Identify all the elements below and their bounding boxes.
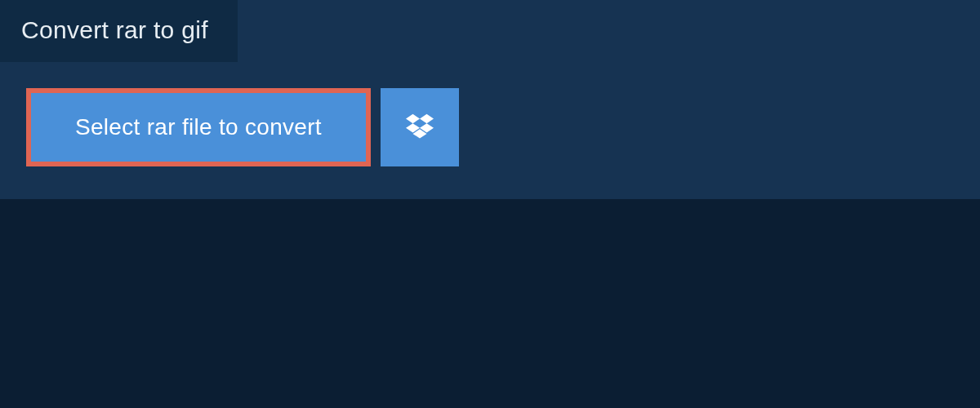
tab-title: Convert rar to gif	[21, 16, 208, 43]
conversion-tab[interactable]: Convert rar to gif	[0, 0, 238, 62]
select-file-label: Select rar file to convert	[75, 114, 322, 140]
file-select-row: Select rar file to convert	[0, 62, 980, 166]
converter-panel: Convert rar to gif Select rar file to co…	[0, 0, 980, 199]
dropbox-button[interactable]	[381, 88, 459, 166]
dropbox-icon	[406, 112, 434, 143]
select-file-button[interactable]: Select rar file to convert	[26, 88, 371, 166]
